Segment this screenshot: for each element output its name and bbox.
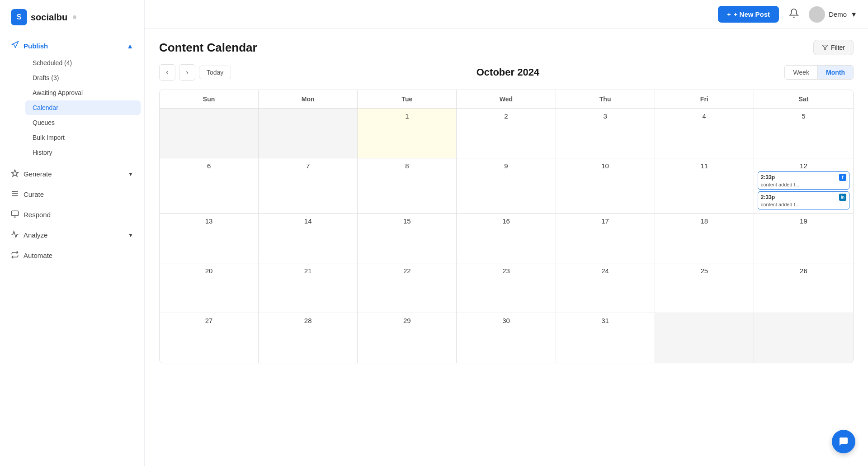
cal-cell-20[interactable]: 20 xyxy=(160,263,259,313)
cal-cell-23[interactable]: 23 xyxy=(457,263,556,313)
sidebar-item-respond[interactable]: Respond xyxy=(0,204,144,225)
new-post-button[interactable]: + + New Post xyxy=(718,6,779,23)
sidebar-item-automate[interactable]: Automate xyxy=(0,245,144,266)
month-view-label: Month xyxy=(826,69,845,76)
publish-menu-item[interactable]: Publish ▲ xyxy=(0,36,144,55)
cal-cell-24[interactable]: 24 xyxy=(556,263,655,313)
cal-cell-11[interactable]: 11 xyxy=(655,158,754,214)
generate-icon xyxy=(11,169,19,179)
cal-cell-19[interactable]: 19 xyxy=(754,214,853,263)
day-number: 2 xyxy=(460,112,552,120)
cal-cell-4[interactable]: 4 xyxy=(655,109,754,158)
cal-cell-7[interactable]: 7 xyxy=(259,158,358,214)
day-number: 4 xyxy=(659,112,750,120)
cal-cell-6[interactable]: 6 xyxy=(160,158,259,214)
cal-cell-27[interactable]: 27 xyxy=(160,313,259,363)
cal-cell-26[interactable]: 26 xyxy=(754,263,853,313)
cal-cell-empty-end-1[interactable] xyxy=(655,313,754,363)
sidebar-item-drafts[interactable]: Drafts (3) xyxy=(25,71,141,85)
day-header-wed: Wed xyxy=(457,90,556,108)
cal-cell-22[interactable]: 22 xyxy=(358,263,457,313)
cal-cell-empty-1[interactable] xyxy=(160,109,259,158)
cal-cell-8[interactable]: 8 xyxy=(358,158,457,214)
sidebar-item-generate[interactable]: Generate ▼ xyxy=(0,164,144,184)
day-header-thu: Thu xyxy=(556,90,655,108)
event-card-12-2[interactable]: 2:33p in content added f... xyxy=(758,191,849,209)
day-number: 23 xyxy=(460,267,552,275)
day-number: 22 xyxy=(361,267,453,275)
user-menu[interactable]: Demo ▼ xyxy=(809,6,857,23)
filter-button[interactable]: Filter xyxy=(813,40,854,55)
calendar-week-2: 6 7 8 9 10 11 12 2:33p f content added f… xyxy=(160,158,853,214)
sidebar-item-scheduled[interactable]: Scheduled (4) xyxy=(25,56,141,70)
day-header-mon: Mon xyxy=(259,90,358,108)
day-header-sun: Sun xyxy=(160,90,259,108)
sidebar-item-awaiting[interactable]: Awaiting Approval xyxy=(25,86,141,100)
event-content: content added f... xyxy=(761,182,846,187)
day-number: 18 xyxy=(659,217,750,225)
day-header-tue: Tue xyxy=(358,90,457,108)
cal-cell-31[interactable]: 31 xyxy=(556,313,655,363)
cal-cell-14[interactable]: 14 xyxy=(259,214,358,263)
event-time: 2:33p xyxy=(761,194,775,200)
topbar: + + New Post Demo ▼ xyxy=(145,0,868,29)
logo-area: S socialbu xyxy=(0,0,144,33)
sidebar-item-curate[interactable]: Curate xyxy=(0,184,144,204)
curate-label: Curate xyxy=(24,190,44,198)
nav-controls: ‹ › Today xyxy=(159,64,231,81)
cal-cell-25[interactable]: 25 xyxy=(655,263,754,313)
main-content: + + New Post Demo ▼ Content Calendar Fil… xyxy=(145,0,868,466)
cal-cell-21[interactable]: 21 xyxy=(259,263,358,313)
day-number: 11 xyxy=(659,162,750,170)
day-number: 28 xyxy=(262,317,354,324)
cal-cell-28[interactable]: 28 xyxy=(259,313,358,363)
cal-cell-5[interactable]: 5 xyxy=(754,109,853,158)
day-number: 8 xyxy=(361,162,453,170)
calendar-days-header: Sun Mon Tue Wed Thu Fri Sat xyxy=(160,90,853,109)
day-header-fri: Fri xyxy=(655,90,754,108)
cal-cell-17[interactable]: 17 xyxy=(556,214,655,263)
publish-chevron-icon: ▲ xyxy=(127,42,133,50)
next-month-button[interactable]: › xyxy=(179,64,195,81)
day-number: 6 xyxy=(163,162,255,170)
cal-cell-empty-2[interactable] xyxy=(259,109,358,158)
cal-cell-13[interactable]: 13 xyxy=(160,214,259,263)
cal-cell-3[interactable]: 3 xyxy=(556,109,655,158)
svg-rect-6 xyxy=(12,211,19,216)
new-post-label: + New Post xyxy=(734,10,770,18)
cal-cell-18[interactable]: 18 xyxy=(655,214,754,263)
cal-cell-29[interactable]: 29 xyxy=(358,313,457,363)
sidebar-item-queues[interactable]: Queues xyxy=(25,115,141,130)
sidebar-item-calendar[interactable]: Calendar xyxy=(25,100,141,115)
svg-point-5 xyxy=(13,191,14,192)
day-number: 1 xyxy=(361,112,453,120)
today-button[interactable]: Today xyxy=(199,66,231,79)
chat-button[interactable] xyxy=(832,430,855,453)
cal-cell-10[interactable]: 10 xyxy=(556,158,655,214)
cal-cell-1[interactable]: 1 xyxy=(358,109,457,158)
sidebar-item-history[interactable]: History xyxy=(25,145,141,160)
sidebar-item-analyze[interactable]: Analyze ▼ xyxy=(0,225,144,245)
event-card-12-1[interactable]: 2:33p f content added f... xyxy=(758,171,849,190)
sidebar-item-bulk-import[interactable]: Bulk Import xyxy=(25,130,141,145)
day-number: 26 xyxy=(758,267,849,275)
day-number: 7 xyxy=(262,162,354,170)
day-number: 19 xyxy=(758,217,849,225)
cal-cell-16[interactable]: 16 xyxy=(457,214,556,263)
respond-label: Respond xyxy=(24,211,51,219)
day-number: 27 xyxy=(163,317,255,324)
cal-cell-2[interactable]: 2 xyxy=(457,109,556,158)
cal-cell-12[interactable]: 12 2:33p f content added f... 2:33p in xyxy=(754,158,853,214)
calendar-week-4: 20 21 22 23 24 25 26 xyxy=(160,263,853,313)
cal-cell-empty-end-2[interactable] xyxy=(754,313,853,363)
cal-cell-9[interactable]: 9 xyxy=(457,158,556,214)
month-view-button[interactable]: Month xyxy=(818,65,854,80)
week-view-button[interactable]: Week xyxy=(784,65,818,80)
prev-month-button[interactable]: ‹ xyxy=(159,64,175,81)
day-number: 20 xyxy=(163,267,255,275)
analyze-label: Analyze xyxy=(24,231,47,239)
notification-button[interactable] xyxy=(786,5,802,23)
view-toggle: Week Month xyxy=(784,65,854,80)
cal-cell-15[interactable]: 15 xyxy=(358,214,457,263)
cal-cell-30[interactable]: 30 xyxy=(457,313,556,363)
